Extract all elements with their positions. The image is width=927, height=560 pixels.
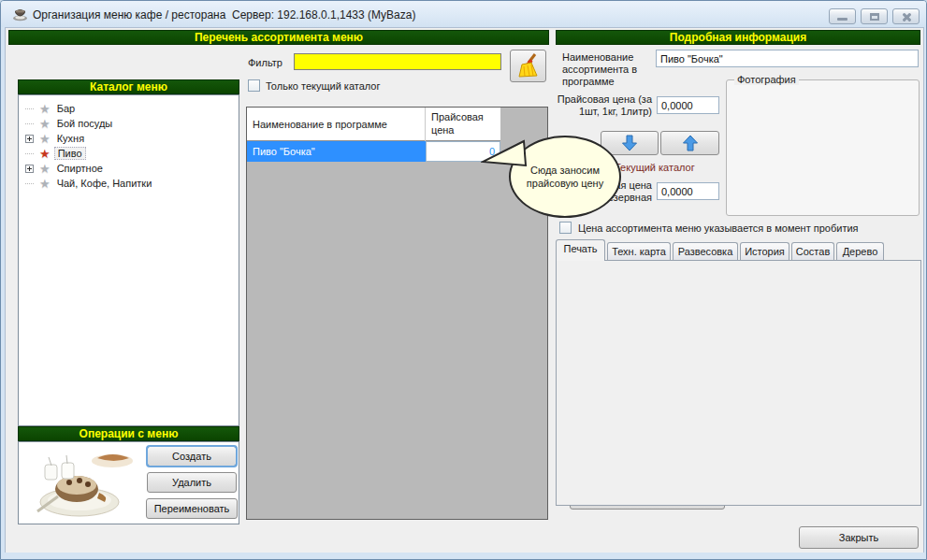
tree-item-label: Кухня bbox=[54, 133, 87, 144]
expand-plus-icon[interactable] bbox=[25, 165, 34, 173]
tree-line bbox=[25, 123, 34, 124]
column-header-price[interactable]: Прайсовая цена bbox=[426, 108, 500, 141]
filter-input[interactable] bbox=[294, 53, 501, 70]
tree-item-label: Бар bbox=[54, 103, 78, 114]
tree-item-boy-posudy[interactable]: ★ Бой посуды bbox=[19, 116, 239, 131]
photo-groupbox: Фотография bbox=[726, 79, 920, 216]
callout-tail bbox=[481, 137, 529, 171]
row-name-cell[interactable]: Пиво "Бочка" bbox=[247, 141, 426, 162]
details-header-label: Подробная информация bbox=[670, 31, 806, 44]
broom-icon bbox=[517, 53, 540, 78]
tree-item-bar[interactable]: ★ Бар bbox=[19, 101, 239, 116]
column-header-name[interactable]: Наименование в программе bbox=[247, 108, 426, 141]
star-icon: ★ bbox=[39, 118, 51, 130]
close-button[interactable] bbox=[892, 8, 920, 24]
window-title: Организация меню кафе / ресторана Сервер… bbox=[33, 8, 415, 22]
operations-header: Операции с меню bbox=[18, 426, 239, 441]
create-button[interactable]: Создать bbox=[147, 446, 237, 467]
selected-star-icon: ★ bbox=[39, 148, 51, 160]
maximize-icon bbox=[870, 13, 879, 21]
app-cup-icon bbox=[12, 7, 28, 22]
reserve-price-input[interactable] bbox=[657, 182, 719, 200]
price-at-sale-label: Цена ассортимента меню указывается в мом… bbox=[578, 223, 859, 234]
only-current-catalog-label: Только текущий каталог bbox=[266, 80, 381, 92]
tab-history[interactable]: История bbox=[740, 242, 789, 261]
operations-panel: Создать Удалить Переименовать bbox=[18, 441, 239, 524]
star-icon: ★ bbox=[39, 133, 51, 145]
tree-item-label: Чай, Кофе, Напитки bbox=[54, 178, 155, 189]
star-icon: ★ bbox=[39, 163, 51, 175]
filter-label: Фильтр bbox=[248, 57, 282, 68]
dessert-photo bbox=[21, 444, 144, 522]
rename-button[interactable]: Переименовать bbox=[146, 498, 238, 519]
maximize-button[interactable] bbox=[861, 8, 888, 24]
tree-item-chai-kofe[interactable]: ★ Чай, Кофе, Напитки bbox=[19, 176, 239, 191]
assortment-header-label: Перечень ассортимента меню bbox=[195, 31, 363, 44]
table-header: Наименование в программе Прайсовая цена bbox=[247, 108, 500, 141]
tab-weighing[interactable]: Развесовка bbox=[673, 242, 738, 261]
tree-item-pivo[interactable]: ★ Пиво bbox=[19, 146, 239, 161]
minimize-icon bbox=[837, 18, 847, 21]
arrow-down-icon bbox=[621, 135, 638, 151]
tree-line bbox=[25, 153, 34, 154]
titlebar[interactable]: Организация меню кафе / ресторана Сервер… bbox=[1, 1, 926, 27]
tree-item-label-selected: Пиво bbox=[54, 147, 86, 160]
star-icon: ★ bbox=[39, 178, 51, 190]
minimize-button[interactable] bbox=[829, 8, 856, 24]
current-catalog-label: Текущий каталог bbox=[615, 162, 695, 173]
close-dialog-button[interactable]: Закрыть bbox=[799, 526, 919, 549]
delete-button[interactable]: Удалить bbox=[147, 472, 237, 493]
expand-plus-icon[interactable] bbox=[25, 135, 34, 143]
tree-item-label: Бой посуды bbox=[54, 118, 116, 129]
catalog-tree: ★ Бар ★ Бой посуды ★ Кухня ★ Пиво ★ Спир… bbox=[18, 94, 239, 426]
app-window: Организация меню кафе / ресторана Сервер… bbox=[0, 0, 927, 560]
only-current-catalog-checkbox[interactable] bbox=[248, 79, 260, 92]
tree-item-kuhnya[interactable]: ★ Кухня bbox=[19, 131, 239, 146]
move-up-button[interactable] bbox=[660, 131, 719, 155]
price-input[interactable] bbox=[657, 96, 719, 114]
tab-tech-card[interactable]: Техн. карта bbox=[607, 242, 671, 261]
tab-print[interactable]: Печать bbox=[556, 239, 605, 261]
tab-composition[interactable]: Состав bbox=[791, 242, 834, 261]
callout-text: Сюда заносим прайсовую цену bbox=[524, 164, 606, 190]
operations-header-label: Операции с меню bbox=[80, 427, 179, 440]
tree-line bbox=[25, 108, 34, 109]
arrow-up-icon bbox=[682, 135, 699, 151]
price-label: Прайсовая цена (за 1шт, 1кг, 1литр) bbox=[555, 93, 652, 118]
assortment-header: Перечень ассортимента меню bbox=[8, 30, 549, 45]
program-name-input[interactable] bbox=[656, 50, 919, 67]
photo-legend: Фотография bbox=[734, 74, 799, 85]
tree-item-spirtnoe[interactable]: ★ Спиртное bbox=[19, 161, 239, 176]
print-tab-panel bbox=[556, 260, 921, 506]
tab-tree[interactable]: Дерево bbox=[836, 242, 884, 261]
details-header: Подробная информация bbox=[556, 30, 920, 45]
star-icon: ★ bbox=[39, 103, 51, 115]
price-at-sale-checkbox[interactable] bbox=[559, 222, 572, 234]
catalog-header: Каталог меню bbox=[18, 79, 239, 94]
tree-line bbox=[25, 183, 34, 184]
catalog-header-label: Каталог меню bbox=[90, 80, 167, 93]
clear-filter-button[interactable] bbox=[510, 50, 546, 82]
program-name-label: Наименование ассортимента в программе bbox=[562, 51, 654, 88]
tree-item-label: Спиртное bbox=[54, 163, 106, 174]
